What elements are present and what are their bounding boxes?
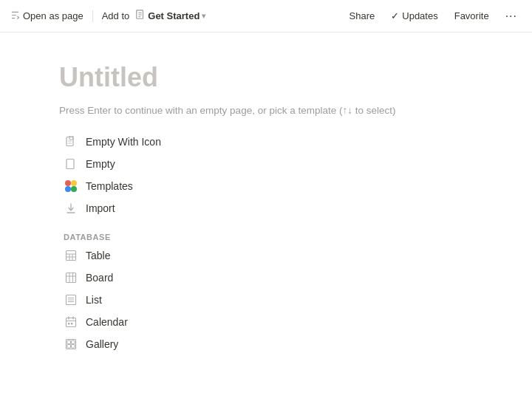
list-label: List (86, 294, 102, 306)
gallery-icon (64, 337, 78, 352)
empty-label: Empty (86, 158, 115, 170)
svg-rect-15 (66, 251, 76, 261)
add-to-button[interactable]: Add to (102, 10, 130, 21)
svg-point-10 (71, 180, 77, 186)
template-menu-list: Empty With Icon Empty (59, 131, 473, 219)
open-as-page-button[interactable]: Open as page (10, 10, 83, 22)
menu-item-table[interactable]: Table (59, 244, 473, 267)
page-title: Untitled (59, 62, 473, 93)
empty-icon (64, 157, 78, 171)
svg-rect-20 (66, 273, 76, 283)
chevron-down-icon: ▾ (202, 12, 205, 20)
gallery-label: Gallery (86, 338, 118, 350)
updates-button[interactable]: ✓ Updates (386, 8, 442, 24)
content-area: Untitled Press Enter to continue with an… (59, 62, 473, 403)
topbar-right: Share ✓ Updates Favorite ··· (345, 7, 522, 25)
svg-rect-8 (66, 160, 74, 169)
svg-rect-35 (67, 340, 71, 344)
empty-with-icon-icon (64, 134, 78, 149)
database-section-label: DATABASE (59, 233, 473, 241)
import-label: Import (86, 202, 115, 214)
menu-item-list[interactable]: List (59, 289, 473, 311)
svg-point-12 (71, 186, 77, 192)
svg-point-9 (65, 180, 71, 186)
favorite-button[interactable]: Favorite (450, 8, 494, 24)
svg-rect-33 (71, 323, 73, 325)
svg-point-11 (65, 186, 71, 192)
share-label: Share (349, 10, 375, 21)
empty-with-icon-label: Empty With Icon (86, 136, 161, 148)
more-icon: ··· (505, 10, 517, 23)
import-icon (64, 201, 78, 216)
open-as-page-label: Open as page (23, 10, 83, 21)
menu-item-templates[interactable]: Templates (59, 175, 473, 197)
updates-label: Updates (402, 10, 437, 21)
add-to-label: Add to (102, 10, 130, 21)
main-content: Untitled Press Enter to continue with an… (0, 32, 532, 418)
svg-rect-38 (72, 345, 75, 349)
calendar-label: Calendar (86, 316, 128, 328)
menu-item-calendar[interactable]: Calendar (59, 311, 473, 333)
share-button[interactable]: Share (345, 8, 380, 24)
board-icon (64, 270, 78, 285)
more-button[interactable]: ··· (501, 7, 522, 25)
database-menu-list: Table Board (59, 244, 473, 355)
menu-item-import[interactable]: Import (59, 197, 473, 219)
topbar-left: Open as page Add to Get Started ▾ (10, 10, 205, 22)
svg-rect-36 (72, 340, 75, 344)
checkmark-icon: ✓ (391, 10, 399, 21)
favorite-label: Favorite (454, 10, 489, 21)
menu-item-board[interactable]: Board (59, 267, 473, 289)
hint-text: Press Enter to continue with an empty pa… (59, 105, 473, 116)
topbar: Open as page Add to Get Started ▾ Share … (0, 0, 532, 32)
page-icon-small (135, 10, 146, 22)
menu-item-empty-with-icon[interactable]: Empty With Icon (59, 131, 473, 153)
open-as-page-icon (10, 10, 20, 22)
menu-item-empty[interactable]: Empty (59, 153, 473, 175)
board-label: Board (86, 272, 113, 284)
topbar-divider (92, 10, 93, 22)
table-label: Table (86, 250, 110, 261)
svg-rect-37 (67, 345, 71, 349)
svg-rect-5 (69, 136, 73, 140)
list-icon (64, 292, 78, 307)
templates-icon (64, 179, 78, 193)
table-icon (64, 248, 78, 263)
get-started-label: Get Started (148, 10, 200, 21)
svg-rect-28 (66, 318, 76, 327)
get-started-button[interactable]: Get Started ▾ (135, 10, 205, 22)
svg-rect-32 (68, 323, 70, 325)
menu-item-gallery[interactable]: Gallery (59, 333, 473, 355)
calendar-icon (64, 315, 78, 329)
templates-label: Templates (86, 180, 133, 192)
